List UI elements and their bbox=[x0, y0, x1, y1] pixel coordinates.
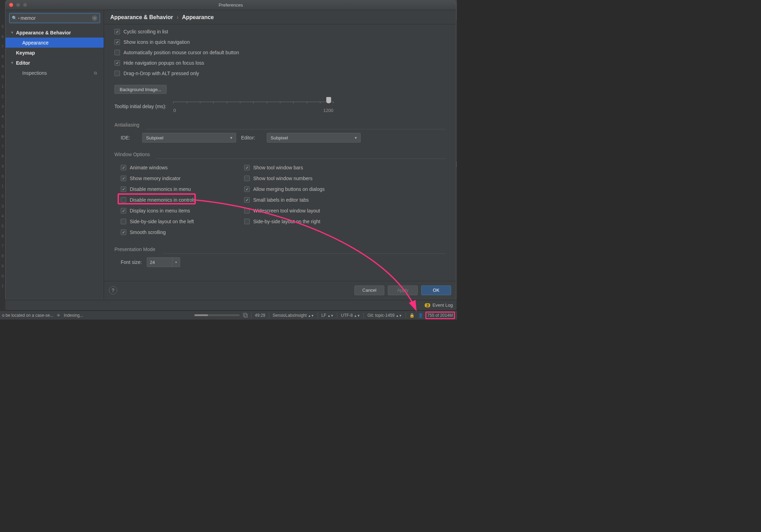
section-presentation-mode: Presentation Mode bbox=[114, 247, 446, 253]
cancel-button[interactable]: Cancel bbox=[354, 285, 384, 295]
label-disable-mnem-menu: Disable mnemonics in menu bbox=[130, 186, 191, 192]
checkbox-allow-merge[interactable] bbox=[244, 186, 250, 192]
background-image-button[interactable]: Background Image... bbox=[114, 85, 167, 94]
label-sbs-right: Side-by-side layout on the right bbox=[253, 219, 320, 224]
preferences-search[interactable]: 🔍 ▾ ✕ bbox=[9, 13, 100, 23]
label-display-icons: Display icons in menu items bbox=[130, 208, 190, 213]
label-show-memory-indicator: Show memory indicator bbox=[130, 176, 181, 181]
font-size-input[interactable] bbox=[147, 260, 172, 265]
dialog-footer: ? Cancel Apply OK bbox=[104, 281, 456, 299]
ide-aa-select[interactable]: Subpixel▼ bbox=[142, 133, 236, 143]
editor-aa-label: Editor: bbox=[241, 135, 262, 140]
slider-handle-icon[interactable] bbox=[326, 97, 331, 103]
label-quick-nav-icons: Show icons in quick navigation bbox=[123, 39, 190, 45]
window-title: Preferences bbox=[6, 2, 456, 8]
checkbox-show-memory-indicator[interactable] bbox=[121, 176, 126, 181]
font-size-spinner[interactable]: ▼ bbox=[147, 257, 180, 267]
hector-icon[interactable]: 👤 bbox=[418, 313, 423, 318]
label-dnd-alt-only: Drag-n-Drop with ALT pressed only bbox=[123, 71, 199, 76]
label-auto-cursor: Automatically position mouse cursor on d… bbox=[123, 50, 239, 55]
chevron-down-icon[interactable]: ▼ bbox=[172, 258, 180, 267]
checkbox-show-tool-bars[interactable] bbox=[244, 165, 250, 170]
chevron-down-icon: ▼ bbox=[10, 31, 16, 34]
git-branch-widget[interactable]: Git: topic-1459 ▲▼ bbox=[367, 313, 402, 318]
ok-button[interactable]: OK bbox=[421, 285, 451, 295]
indexing-label: Indexing... bbox=[64, 313, 83, 318]
font-size-label: Font size: bbox=[121, 259, 142, 265]
memory-indicator[interactable]: 755 of 2014M bbox=[425, 312, 455, 319]
sensiolabs-widget[interactable]: SensioLabsInsight ▲▼ bbox=[273, 313, 314, 318]
section-window-options: Window Options bbox=[114, 152, 446, 158]
breadcrumb-page: Appearance bbox=[182, 14, 214, 20]
search-dropdown-icon[interactable]: ▾ bbox=[18, 17, 19, 20]
checkbox-dnd-alt-only[interactable] bbox=[114, 71, 120, 76]
event-log-label: Event Log bbox=[432, 303, 453, 308]
tree-item-editor[interactable]: ▼ Editor bbox=[6, 58, 104, 68]
editor-aa-select[interactable]: Subpixel▼ bbox=[267, 133, 361, 143]
search-input[interactable] bbox=[21, 15, 92, 21]
status-message: o be located on a case-se... bbox=[2, 313, 53, 318]
cursor-position[interactable]: 49:29 bbox=[255, 313, 265, 318]
event-log-count: 3 bbox=[425, 303, 430, 307]
checkbox-disable-mnem-ctrl[interactable] bbox=[121, 197, 126, 203]
section-antialiasing: Antialiasing bbox=[114, 122, 446, 128]
checkbox-small-labels[interactable] bbox=[244, 197, 250, 203]
tooltip-delay-label: Tooltip initial delay (ms): bbox=[114, 102, 166, 109]
copy-profile-icon[interactable]: ⧉ bbox=[94, 71, 99, 75]
label-disable-mnem-ctrl: Disable mnemonics in controls bbox=[130, 197, 196, 203]
spinner-icon: ✳ bbox=[57, 313, 60, 318]
tooltip-delay-slider[interactable]: 0 1200 bbox=[173, 102, 333, 113]
preferences-window: Preferences 🔍 ▾ ✕ ▼ Appearance & Behavio… bbox=[5, 0, 456, 299]
checkbox-smooth-scrolling[interactable] bbox=[121, 229, 126, 235]
label-cyclic-scrolling: Cyclic scrolling in list bbox=[123, 29, 168, 34]
checkbox-disable-mnem-menu[interactable] bbox=[121, 186, 126, 192]
label-allow-merge: Allow merging buttons on dialogs bbox=[253, 186, 325, 192]
search-icon: 🔍 bbox=[12, 16, 17, 21]
indexing-progress bbox=[194, 314, 240, 316]
encoding-widget[interactable]: UTF-8 ▲▼ bbox=[341, 313, 360, 318]
checkbox-hide-nav-popups[interactable] bbox=[114, 60, 120, 66]
breadcrumb-separator-icon: › bbox=[177, 14, 178, 20]
checkbox-sbs-right[interactable] bbox=[244, 219, 250, 224]
event-log-toolbar[interactable]: 3 Event Log bbox=[5, 300, 456, 310]
preferences-sidebar: 🔍 ▾ ✕ ▼ Appearance & Behavior Appearance bbox=[6, 10, 104, 299]
breadcrumb-group: Appearance & Behavior bbox=[110, 14, 173, 20]
label-show-tool-bars: Show tool window bars bbox=[253, 165, 303, 170]
tree-item-appearance[interactable]: Appearance bbox=[6, 38, 104, 48]
label-smooth-scrolling: Smooth scrolling bbox=[130, 229, 166, 235]
label-animate: Animate windows bbox=[130, 165, 168, 170]
lock-icon[interactable]: 🔒 bbox=[409, 313, 415, 318]
chevron-down-icon: ▼ bbox=[230, 136, 233, 140]
window-titlebar: Preferences bbox=[6, 0, 456, 10]
preferences-tree: ▼ Appearance & Behavior Appearance Keyma… bbox=[6, 26, 104, 299]
label-sbs-left: Side-by-side layout on the left bbox=[130, 219, 194, 224]
help-button[interactable]: ? bbox=[109, 286, 117, 295]
breadcrumb: Appearance & Behavior › Appearance bbox=[104, 10, 456, 24]
tree-item-appearance-behavior[interactable]: ▼ Appearance & Behavior bbox=[6, 27, 104, 38]
checkbox-quick-nav-icons[interactable] bbox=[114, 39, 120, 45]
label-small-labels: Small labels in editor tabs bbox=[253, 197, 309, 203]
ide-aa-label: IDE: bbox=[121, 135, 137, 140]
tree-item-inspections[interactable]: Inspections ⧉ bbox=[6, 68, 104, 78]
checkbox-widescreen[interactable] bbox=[244, 208, 250, 213]
chevron-down-icon: ▼ bbox=[10, 61, 16, 65]
preferences-content: Appearance & Behavior › Appearance Cycli… bbox=[104, 10, 456, 299]
checkbox-animate-windows[interactable] bbox=[121, 165, 126, 170]
checkbox-auto-cursor[interactable] bbox=[114, 50, 120, 55]
progress-stop-icon[interactable] bbox=[243, 313, 248, 317]
checkbox-sbs-left[interactable] bbox=[121, 219, 126, 224]
slider-min-label: 0 bbox=[173, 108, 176, 113]
label-hide-nav-popups: Hide navigation popups on focus loss bbox=[123, 60, 204, 66]
ide-statusbar: o be located on a case-se... ✳ Indexing.… bbox=[0, 311, 457, 320]
slider-max-label: 1200 bbox=[323, 108, 333, 113]
apply-button[interactable]: Apply bbox=[388, 285, 418, 295]
clear-search-icon[interactable]: ✕ bbox=[92, 15, 97, 21]
label-widescreen: Widescreen tool window layout bbox=[253, 208, 320, 213]
checkbox-show-tool-numbers[interactable] bbox=[244, 176, 250, 181]
editor-gutter: 567890123456789012345678901 bbox=[0, 0, 5, 320]
checkbox-display-icons[interactable] bbox=[121, 208, 126, 213]
checkbox-cyclic-scrolling[interactable] bbox=[114, 29, 120, 34]
label-show-tool-numbers: Show tool window numbers bbox=[253, 176, 312, 181]
line-separator-widget[interactable]: LF ▲▼ bbox=[321, 313, 334, 318]
tree-item-keymap[interactable]: Keymap bbox=[6, 48, 104, 58]
